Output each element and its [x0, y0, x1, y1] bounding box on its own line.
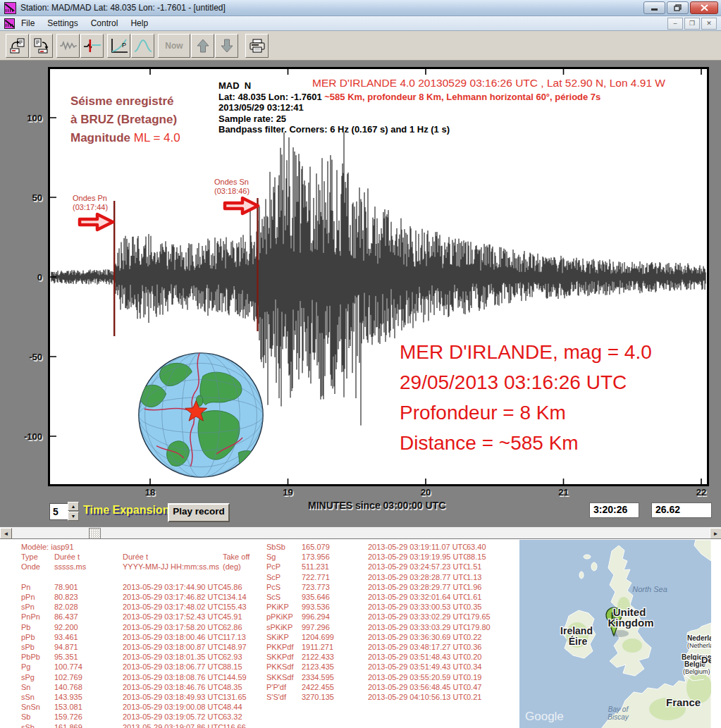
heliplot-button[interactable] [56, 34, 80, 58]
travel-time-button[interactable]: P [107, 34, 130, 58]
phase-cell: 2013-05-29 03:33:00.53 UTC [368, 602, 467, 612]
phase-cell: 86.437 [54, 612, 123, 622]
table-header: Durée t [123, 552, 223, 562]
table-header: YYYY-MM-JJ HH:mm:ss.ms [123, 562, 223, 572]
map-label-nl1: Nederland [687, 634, 711, 642]
menu-settings[interactable]: Settings [41, 17, 84, 30]
minimize-button[interactable] [643, 1, 665, 14]
phase-cell: 102.769 [54, 672, 123, 682]
phase-cell: 2013-05-29 03:18:08.76 UTC [123, 672, 223, 682]
phase-cell: 993.536 [302, 602, 368, 612]
phase-cell: 2013-05-29 03:17:48.02 UTC [123, 602, 223, 612]
mdi-close-button[interactable]: ✕ [701, 18, 717, 30]
phase-cell: PbPb [21, 652, 54, 662]
phase-cell: sSn [21, 692, 54, 702]
phase-cell: 2013-05-29 03:18:06.77 UTC [123, 662, 223, 672]
phase-cell: Pn [21, 582, 54, 592]
phase-cell: 2013-05-29 03:18:01.35 UTC [123, 652, 223, 662]
epicenter-map[interactable]: E North Sea United Kingdom Ireland Éire … [519, 540, 711, 728]
phase-cell: 997.296 [302, 622, 368, 632]
phase-cell: 48.44 [223, 702, 258, 712]
mdi-minimize-button[interactable]: – [667, 18, 683, 30]
phase-cell: 2422.455 [302, 682, 368, 692]
phase-cell: 2013-05-29 03:19:05.72 UTC [123, 712, 223, 722]
mdi-restore-button[interactable]: ❐ [684, 18, 700, 30]
scroll-up-button[interactable] [191, 34, 214, 58]
pick-phase-icon [83, 37, 101, 54]
spin-up-button[interactable]: ▲ [68, 502, 79, 511]
phase-cell: 45.91 [223, 612, 258, 622]
print-button[interactable] [245, 34, 269, 58]
time-expansion-value[interactable]: 5 [49, 503, 70, 520]
phase-cell: 0.35 [467, 602, 500, 612]
x-tick-label: 22 [696, 487, 706, 498]
phase-cell: Pg [21, 662, 54, 672]
phase-cell: Sb [21, 712, 54, 722]
phase-cell: SbSb [266, 542, 302, 552]
phase-cell: ScS [266, 592, 302, 602]
phase-cell: P'P'df [266, 682, 302, 692]
save-record-button[interactable] [30, 34, 53, 58]
phase-cell: 92.200 [54, 622, 123, 632]
table-header: Durée t [54, 552, 123, 562]
horizontal-scrollbar[interactable]: ◄ ► [0, 526, 721, 539]
phase-cell: 131.65 [223, 692, 258, 702]
phase-cell: PnPn [21, 612, 54, 622]
phase-cell: 2013-05-29 03:32:01.64 UTC [368, 592, 467, 602]
menu-control[interactable]: Control [85, 17, 125, 30]
map-label-bay2: Biscay [608, 713, 629, 721]
y-tick-label: -100 [18, 431, 42, 442]
phase-cell: 100.774 [54, 662, 123, 672]
scroll-down-button[interactable] [215, 34, 238, 58]
phase-cell: 93.461 [54, 632, 123, 642]
table-spacer [223, 572, 258, 582]
sn-pick-line [257, 198, 258, 331]
close-button[interactable] [690, 1, 718, 14]
arrow-up-icon [196, 38, 210, 54]
phase-cell: 161.869 [54, 722, 123, 728]
phase-cell: 2013-05-29 03:33:02.29 UTC [368, 612, 467, 622]
map-label-bay1: Bay of [608, 705, 629, 713]
cursor-value-field[interactable]: 26.62 [651, 502, 712, 518]
spin-down-button[interactable]: ▼ [68, 512, 79, 521]
phase-cell: pPb [21, 632, 54, 642]
cursor-time-field[interactable]: 3:20:26 [589, 502, 639, 518]
phase-cell: sPKiKP [266, 622, 302, 632]
table-spacer [21, 572, 54, 582]
phase-cell: 511.231 [302, 562, 368, 572]
printer-icon [249, 38, 266, 54]
phase-cell: PcP [266, 562, 302, 572]
time-expansion-label: Time Expansion [83, 504, 169, 517]
time-expansion-spinner: ▲ ▼ [68, 502, 79, 521]
table-spacer [54, 572, 123, 582]
phase-cell: 2123.435 [302, 662, 368, 672]
phase-cell: PcS [266, 582, 302, 592]
map-label-uk2: Kingdom [608, 617, 654, 629]
phase-cell: 117.13 [223, 632, 258, 642]
play-record-button[interactable]: Play record [168, 503, 230, 522]
phase-cell: 2013-05-29 03:19:07.86 UTC [123, 722, 223, 728]
open-record-button[interactable] [6, 34, 29, 58]
phase-cell: 159.726 [54, 712, 123, 722]
phase-cell: PKKSdf [266, 662, 302, 672]
pick-phase-button[interactable] [80, 34, 104, 58]
svg-text:P: P [122, 42, 126, 49]
table-header: sssss.ms [54, 562, 123, 572]
sn-annotation: Ondes Sn(03:18:46) [214, 178, 249, 196]
restore-button[interactable] [667, 1, 689, 14]
filter-button[interactable] [131, 34, 154, 58]
travel-time-icon: P [110, 37, 128, 54]
phase-cell: 2013-05-29 03:51:48.43 UTC [368, 652, 467, 662]
phase-cell: 62.86 [223, 622, 258, 632]
phase-cell: 0.20 [467, 652, 500, 662]
now-button[interactable]: Now [158, 34, 190, 58]
x-tick-label: 20 [421, 487, 431, 498]
menu-file[interactable]: File [15, 17, 41, 30]
globe-epicenter-image [136, 350, 266, 480]
menu-help[interactable]: Help [124, 17, 154, 30]
phase-cell: pPKiKP [266, 612, 302, 622]
phase-cell: 1.51 [467, 562, 500, 572]
open-record-icon [9, 37, 26, 54]
phase-cell: 2334.595 [302, 672, 368, 682]
table-header: Type [21, 552, 54, 562]
